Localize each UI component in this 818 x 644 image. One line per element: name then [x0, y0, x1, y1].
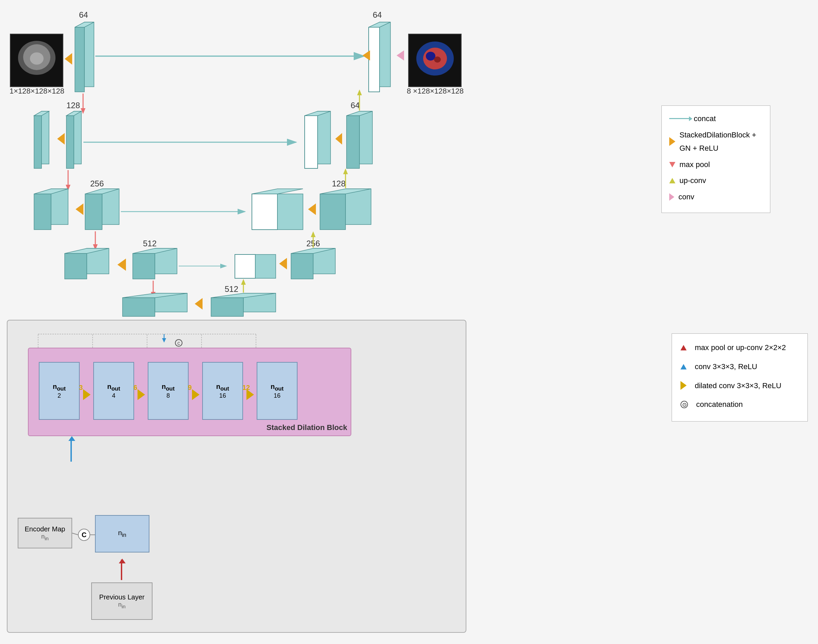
legend-b-item4: ⊙ concatenation — [681, 397, 799, 412]
legend-sdb-label: StackedDilationBlock +GN + ReLU — [680, 128, 756, 155]
svg-line-98 — [72, 533, 78, 535]
sdb-box-2: nout 4 — [93, 362, 134, 420]
red-up-icon — [681, 345, 687, 350]
sdb-box-4-label2: 16 — [219, 392, 226, 399]
sdb-box-5-label2: 16 — [274, 392, 280, 399]
svg-text:128: 128 — [332, 179, 346, 188]
svg-marker-14 — [34, 111, 49, 116]
legend-b-label4: concatenation — [696, 397, 743, 412]
svg-text:64: 64 — [79, 10, 88, 19]
svg-marker-65 — [311, 232, 315, 237]
legend-upconv-label: up-conv — [680, 174, 706, 187]
svg-rect-42 — [123, 297, 155, 316]
svg-marker-9 — [65, 53, 72, 64]
svg-point-94 — [426, 52, 435, 61]
svg-point-95 — [434, 57, 441, 63]
svg-rect-70 — [320, 194, 346, 230]
nin-box: nin — [95, 515, 149, 552]
svg-rect-33 — [87, 248, 109, 274]
gold-triangle-icon — [669, 137, 675, 146]
svg-marker-72 — [320, 189, 371, 194]
svg-rect-5 — [75, 27, 85, 92]
svg-rect-26 — [102, 189, 119, 224]
svg-point-2 — [23, 44, 51, 70]
svg-marker-97 — [363, 51, 370, 61]
svg-rect-91 — [409, 34, 461, 87]
svg-rect-71 — [346, 189, 371, 224]
legend-item-sdb: StackedDilationBlock +GN + ReLU — [669, 128, 763, 155]
svg-rect-77 — [318, 111, 331, 164]
svg-rect-58 — [255, 255, 276, 278]
c-top-label: c — [175, 339, 183, 347]
svg-rect-60 — [291, 253, 313, 279]
svg-rect-15 — [66, 116, 74, 169]
svg-rect-57 — [235, 255, 255, 278]
blue-up-arrow — [71, 438, 72, 462]
svg-marker-85 — [357, 89, 362, 95]
legend-bottom: max pool or up-conv 2×2×2 conv 3×3×3, Re… — [672, 333, 808, 422]
svg-marker-28 — [75, 204, 83, 215]
svg-marker-44 — [123, 293, 187, 297]
svg-rect-67 — [277, 194, 303, 230]
red-up-arrowhead — [119, 559, 126, 563]
svg-text:512: 512 — [143, 239, 157, 248]
svg-marker-68 — [252, 189, 303, 194]
svg-marker-11 — [81, 108, 85, 114]
svg-point-3 — [30, 52, 43, 64]
svg-text:1×128×128×128: 1×128×128×128 — [9, 87, 65, 95]
svg-rect-25 — [85, 194, 102, 230]
svg-rect-36 — [155, 248, 177, 274]
sdb-box-2-label2: 4 — [112, 392, 115, 399]
svg-marker-34 — [65, 248, 109, 253]
svg-text:64: 64 — [351, 101, 360, 110]
svg-rect-61 — [313, 248, 335, 274]
svg-rect-12 — [34, 116, 42, 169]
svg-marker-75 — [343, 169, 348, 174]
svg-rect-35 — [133, 253, 155, 279]
sdb-box-1: nout 2 — [39, 362, 80, 420]
yellow-arrow-3 — [192, 389, 200, 400]
yellow-arrow-2 — [137, 389, 145, 400]
blue-arrow-icon — [669, 118, 690, 119]
legend-maxpool-label: max pool — [680, 158, 710, 172]
concat-circle-icon: ⊙ — [681, 401, 688, 408]
svg-marker-41 — [151, 292, 155, 297]
legend-b-label3: dilated conv 3×3×3, ReLU — [695, 379, 781, 393]
svg-marker-31 — [93, 244, 98, 250]
legend-b-item2: conv 3×3×3, ReLU — [681, 360, 799, 374]
legend-b-label1: max pool or up-conv 2×2×2 — [695, 340, 786, 355]
pink-right-icon — [669, 193, 674, 201]
concat-circle: C — [78, 529, 90, 541]
sdb-box-1-label1: nout — [53, 383, 66, 392]
sdb-box-3-label2: 8 — [166, 392, 170, 399]
svg-text:8 ×128×128×128: 8 ×128×128×128 — [407, 87, 464, 95]
svg-marker-82 — [346, 111, 372, 116]
svg-point-93 — [423, 48, 447, 69]
svg-rect-86 — [369, 27, 380, 92]
svg-marker-7 — [75, 22, 94, 27]
svg-marker-79 — [335, 133, 342, 144]
yellow-up-icon — [669, 178, 675, 183]
svg-marker-88 — [369, 22, 391, 27]
sdb-box-4: nout 16 — [202, 362, 243, 420]
svg-marker-38 — [117, 259, 126, 271]
svg-rect-81 — [360, 111, 372, 164]
legend-item-maxpool: max pool — [669, 158, 763, 172]
svg-rect-76 — [304, 116, 318, 169]
previous-layer-box: Previous Layer nin — [91, 583, 152, 620]
svg-text:256: 256 — [90, 179, 104, 188]
svg-point-1 — [18, 41, 55, 75]
sdb-box-5-label1: nout — [271, 383, 284, 392]
svg-point-92 — [416, 41, 454, 75]
svg-marker-48 — [195, 298, 203, 310]
sdb-box-3: nout 8 — [148, 362, 189, 420]
legend-conv-label: conv — [678, 190, 694, 204]
svg-rect-66 — [252, 194, 277, 230]
svg-marker-69 — [308, 204, 316, 215]
yellow-arrow-2-label: 6 — [134, 384, 137, 392]
legend-b-item3: dilated conv 3×3×3, ReLU — [681, 379, 799, 393]
legend-concat-label: concat — [694, 112, 716, 126]
legend-top: concat StackedDilationBlock +GN + ReLU m… — [661, 106, 770, 213]
svg-rect-43 — [155, 293, 187, 312]
svg-rect-23 — [51, 189, 68, 224]
